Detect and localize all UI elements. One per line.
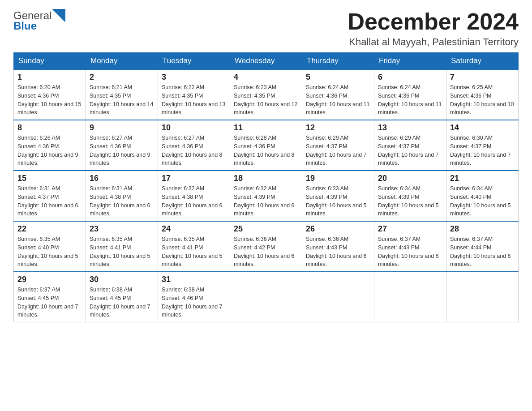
day-number: 7	[450, 73, 515, 82]
day-info: Sunrise: 6:36 AMSunset: 4:43 PMDaylight:…	[306, 236, 367, 267]
day-info: Sunrise: 6:31 AMSunset: 4:38 PMDaylight:…	[90, 185, 150, 217]
day-info: Sunrise: 6:26 AMSunset: 4:36 PMDaylight:…	[17, 135, 78, 166]
day-number: 6	[378, 73, 442, 82]
week-row-4: 22 Sunrise: 6:35 AMSunset: 4:40 PMDaylig…	[14, 221, 519, 272]
calendar-cell: 1 Sunrise: 6:20 AMSunset: 4:36 PMDayligh…	[14, 69, 86, 120]
day-number: 11	[234, 123, 298, 133]
day-number: 30	[90, 275, 154, 284]
day-info: Sunrise: 6:34 AMSunset: 4:40 PMDaylight:…	[450, 185, 511, 217]
day-number: 15	[17, 174, 82, 183]
page-header: General Blue December 2024 Khallat al Ma…	[13, 9, 519, 48]
day-number: 3	[162, 73, 226, 82]
day-info: Sunrise: 6:31 AMSunset: 4:37 PMDaylight:…	[17, 185, 78, 217]
calendar-cell: 10 Sunrise: 6:27 AMSunset: 4:36 PMDaylig…	[158, 120, 230, 171]
day-number: 5	[306, 73, 370, 82]
calendar-cell: 21 Sunrise: 6:34 AMSunset: 4:40 PMDaylig…	[446, 171, 519, 221]
day-number: 27	[378, 224, 442, 234]
week-row-1: 1 Sunrise: 6:20 AMSunset: 4:36 PMDayligh…	[14, 69, 519, 120]
calendar-cell: 7 Sunrise: 6:25 AMSunset: 4:36 PMDayligh…	[446, 69, 519, 120]
day-number: 23	[90, 224, 154, 234]
day-number: 17	[162, 174, 226, 183]
calendar-cell: 2 Sunrise: 6:21 AMSunset: 4:35 PMDayligh…	[86, 69, 158, 120]
day-info: Sunrise: 6:32 AMSunset: 4:39 PMDaylight:…	[234, 185, 295, 217]
day-info: Sunrise: 6:30 AMSunset: 4:37 PMDaylight:…	[450, 135, 511, 166]
day-number: 12	[306, 123, 370, 133]
calendar-cell: 16 Sunrise: 6:31 AMSunset: 4:38 PMDaylig…	[86, 171, 158, 221]
day-number: 16	[90, 174, 154, 183]
calendar-cell: 12 Sunrise: 6:29 AMSunset: 4:37 PMDaylig…	[302, 120, 374, 171]
day-number: 4	[234, 73, 298, 82]
calendar-cell: 20 Sunrise: 6:34 AMSunset: 4:39 PMDaylig…	[374, 171, 446, 221]
day-number: 14	[450, 123, 515, 133]
calendar-cell: 24 Sunrise: 6:35 AMSunset: 4:41 PMDaylig…	[158, 221, 230, 272]
day-number: 24	[162, 224, 226, 234]
week-row-5: 29 Sunrise: 6:37 AMSunset: 4:45 PMDaylig…	[14, 272, 519, 322]
day-info: Sunrise: 6:35 AMSunset: 4:41 PMDaylight:…	[90, 236, 150, 267]
day-info: Sunrise: 6:37 AMSunset: 4:45 PMDaylight:…	[17, 287, 78, 318]
calendar-cell: 27 Sunrise: 6:37 AMSunset: 4:43 PMDaylig…	[374, 221, 446, 272]
day-info: Sunrise: 6:34 AMSunset: 4:39 PMDaylight:…	[378, 185, 439, 217]
calendar-cell: 6 Sunrise: 6:24 AMSunset: 4:36 PMDayligh…	[374, 69, 446, 120]
day-info: Sunrise: 6:21 AMSunset: 4:35 PMDaylight:…	[90, 84, 153, 116]
day-number: 19	[306, 174, 370, 183]
calendar-cell: 8 Sunrise: 6:26 AMSunset: 4:36 PMDayligh…	[14, 120, 86, 171]
day-info: Sunrise: 6:37 AMSunset: 4:43 PMDaylight:…	[378, 236, 439, 267]
calendar-cell: 9 Sunrise: 6:27 AMSunset: 4:36 PMDayligh…	[86, 120, 158, 171]
calendar-cell: 25 Sunrise: 6:36 AMSunset: 4:42 PMDaylig…	[230, 221, 302, 272]
day-info: Sunrise: 6:37 AMSunset: 4:44 PMDaylight:…	[450, 236, 511, 267]
calendar-cell: 19 Sunrise: 6:33 AMSunset: 4:39 PMDaylig…	[302, 171, 374, 221]
day-info: Sunrise: 6:35 AMSunset: 4:40 PMDaylight:…	[17, 236, 78, 267]
calendar-table: Sunday Monday Tuesday Wednesday Thursday…	[13, 52, 519, 322]
logo-icon	[52, 9, 65, 22]
day-info: Sunrise: 6:33 AMSunset: 4:39 PMDaylight:…	[306, 185, 367, 217]
day-info: Sunrise: 6:38 AMSunset: 4:46 PMDaylight:…	[162, 287, 223, 318]
calendar-cell: 23 Sunrise: 6:35 AMSunset: 4:41 PMDaylig…	[86, 221, 158, 272]
month-title: December 2024	[348, 9, 519, 34]
day-info: Sunrise: 6:27 AMSunset: 4:36 PMDaylight:…	[162, 135, 223, 166]
calendar-cell: 29 Sunrise: 6:37 AMSunset: 4:45 PMDaylig…	[14, 272, 86, 322]
day-number: 2	[90, 73, 154, 82]
calendar-cell: 26 Sunrise: 6:36 AMSunset: 4:43 PMDaylig…	[302, 221, 374, 272]
svg-marker-0	[52, 9, 65, 22]
day-number: 13	[378, 123, 442, 133]
logo-blue: Blue	[13, 20, 37, 32]
calendar-cell: 11 Sunrise: 6:28 AMSunset: 4:36 PMDaylig…	[230, 120, 302, 171]
calendar-cell: 30 Sunrise: 6:38 AMSunset: 4:45 PMDaylig…	[86, 272, 158, 322]
day-number: 18	[234, 174, 298, 183]
day-number: 20	[378, 174, 442, 183]
header-friday: Friday	[374, 53, 446, 70]
calendar-cell: 31 Sunrise: 6:38 AMSunset: 4:46 PMDaylig…	[158, 272, 230, 322]
day-number: 10	[162, 123, 226, 133]
calendar-cell	[446, 272, 519, 322]
logo: General Blue	[13, 9, 66, 32]
header-wednesday: Wednesday	[230, 53, 302, 70]
day-number: 28	[450, 224, 515, 234]
calendar-cell	[374, 272, 446, 322]
day-info: Sunrise: 6:32 AMSunset: 4:38 PMDaylight:…	[162, 185, 223, 217]
calendar-cell: 22 Sunrise: 6:35 AMSunset: 4:40 PMDaylig…	[14, 221, 86, 272]
day-info: Sunrise: 6:24 AMSunset: 4:36 PMDaylight:…	[378, 84, 442, 116]
day-info: Sunrise: 6:25 AMSunset: 4:36 PMDaylight:…	[450, 84, 514, 116]
weekday-header-row: Sunday Monday Tuesday Wednesday Thursday…	[14, 53, 519, 70]
header-thursday: Thursday	[302, 53, 374, 70]
day-info: Sunrise: 6:27 AMSunset: 4:36 PMDaylight:…	[90, 135, 150, 166]
day-info: Sunrise: 6:22 AMSunset: 4:35 PMDaylight:…	[162, 84, 225, 116]
day-number: 25	[234, 224, 298, 234]
calendar-cell	[230, 272, 302, 322]
day-number: 9	[90, 123, 154, 133]
day-number: 22	[17, 224, 82, 234]
header-sunday: Sunday	[14, 53, 86, 70]
header-tuesday: Tuesday	[158, 53, 230, 70]
day-info: Sunrise: 6:35 AMSunset: 4:41 PMDaylight:…	[162, 236, 223, 267]
day-info: Sunrise: 6:28 AMSunset: 4:36 PMDaylight:…	[234, 135, 295, 166]
day-info: Sunrise: 6:24 AMSunset: 4:36 PMDaylight:…	[306, 84, 369, 116]
day-number: 1	[17, 73, 82, 82]
calendar-cell: 18 Sunrise: 6:32 AMSunset: 4:39 PMDaylig…	[230, 171, 302, 221]
day-number: 8	[17, 123, 82, 133]
day-number: 21	[450, 174, 515, 183]
week-row-2: 8 Sunrise: 6:26 AMSunset: 4:36 PMDayligh…	[14, 120, 519, 171]
calendar-cell: 3 Sunrise: 6:22 AMSunset: 4:35 PMDayligh…	[158, 69, 230, 120]
calendar-cell: 17 Sunrise: 6:32 AMSunset: 4:38 PMDaylig…	[158, 171, 230, 221]
calendar-cell	[302, 272, 374, 322]
title-area: December 2024 Khallat al Mayyah, Palesti…	[348, 9, 519, 48]
